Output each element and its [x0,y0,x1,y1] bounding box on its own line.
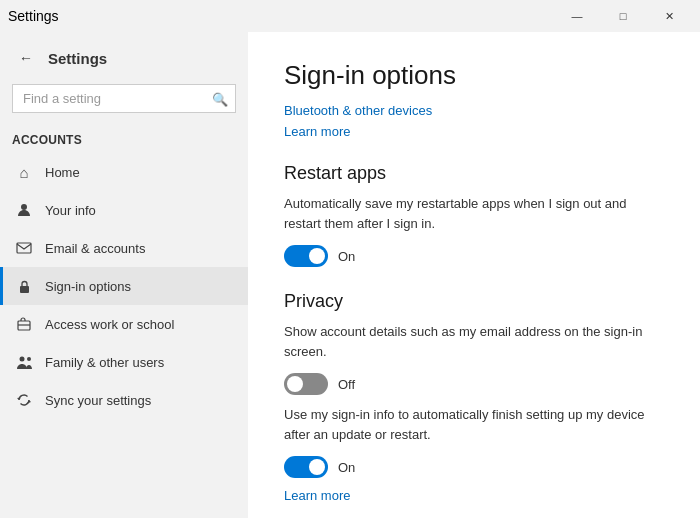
sidebar-item-your-info[interactable]: Your info [0,191,248,229]
minimize-button[interactable]: — [554,0,600,32]
sidebar-item-family-users[interactable]: Family & other users [0,343,248,381]
title-bar-title: Settings [8,8,59,24]
sidebar-item-email-accounts-label: Email & accounts [45,241,145,256]
sidebar-item-home[interactable]: ⌂ Home [0,153,248,191]
email-icon [15,239,33,257]
restart-apps-toggle-track[interactable] [284,245,328,267]
restart-apps-toggle-thumb [309,248,325,264]
privacy-email-toggle-track[interactable] [284,373,328,395]
privacy-email-toggle[interactable] [284,373,328,395]
briefcase-icon [15,315,33,333]
sidebar-item-your-info-label: Your info [45,203,96,218]
privacy-setup-toggle-row: On [284,456,664,478]
sidebar-section-label: Accounts [0,125,248,153]
sidebar: ← Settings 🔍 Accounts ⌂ Home Your info [0,32,248,518]
privacy-setup-toggle-label: On [338,460,355,475]
restart-apps-desc: Automatically save my restartable apps w… [284,194,664,233]
sidebar-item-sign-in-options[interactable]: Sign-in options [0,267,248,305]
learn-more-privacy-link[interactable]: Learn more [284,488,664,503]
svg-rect-2 [20,286,29,293]
privacy-setup-toggle-track[interactable] [284,456,328,478]
search-input[interactable] [12,84,236,113]
sidebar-app-title: Settings [48,50,107,67]
privacy-email-toggle-thumb [287,376,303,392]
page-title: Sign-in options [284,60,664,91]
title-bar-controls: — □ ✕ [554,0,692,32]
search-icon: 🔍 [212,91,228,106]
privacy-setup-toggle[interactable] [284,456,328,478]
privacy-setup-toggle-thumb [309,459,325,475]
restart-apps-toggle-label: On [338,249,355,264]
sidebar-item-sync-settings[interactable]: Sync your settings [0,381,248,419]
maximize-button[interactable]: □ [600,0,646,32]
svg-point-6 [27,357,31,361]
app-container: ← Settings 🔍 Accounts ⌂ Home Your info [0,32,700,518]
sidebar-item-sync-settings-label: Sync your settings [45,393,151,408]
family-icon [15,353,33,371]
svg-point-0 [21,204,27,210]
privacy-email-desc: Show account details such as my email ad… [284,322,664,361]
sidebar-item-email-accounts[interactable]: Email & accounts [0,229,248,267]
sidebar-item-home-label: Home [45,165,80,180]
person-icon [15,201,33,219]
privacy-email-toggle-row: Off [284,373,664,395]
privacy-setup-desc: Use my sign-in info to automatically fin… [284,405,664,444]
restart-apps-title: Restart apps [284,163,664,184]
sidebar-search: 🔍 [12,84,236,113]
content-area: Sign-in options Bluetooth & other device… [248,32,700,518]
svg-point-5 [19,356,24,361]
back-button[interactable]: ← [12,44,40,72]
restart-apps-toggle[interactable] [284,245,328,267]
title-bar-left: Settings [8,8,59,24]
sidebar-item-access-work[interactable]: Access work or school [0,305,248,343]
bluetooth-link[interactable]: Bluetooth & other devices [284,103,664,118]
title-bar: Settings — □ ✕ [0,0,700,32]
privacy-title: Privacy [284,291,664,312]
learn-more-top-link[interactable]: Learn more [284,124,664,139]
sync-icon [15,391,33,409]
sidebar-item-access-work-label: Access work or school [45,317,174,332]
sidebar-item-family-users-label: Family & other users [45,355,164,370]
sidebar-nav-top: ← Settings [0,36,248,80]
restart-apps-section: Restart apps Automatically save my resta… [284,163,664,267]
sidebar-item-sign-in-options-label: Sign-in options [45,279,131,294]
home-icon: ⌂ [15,163,33,181]
close-button[interactable]: ✕ [646,0,692,32]
restart-apps-toggle-row: On [284,245,664,267]
lock-icon [15,277,33,295]
svg-rect-1 [17,243,31,253]
privacy-section: Privacy Show account details such as my … [284,291,664,503]
privacy-email-toggle-label: Off [338,377,355,392]
